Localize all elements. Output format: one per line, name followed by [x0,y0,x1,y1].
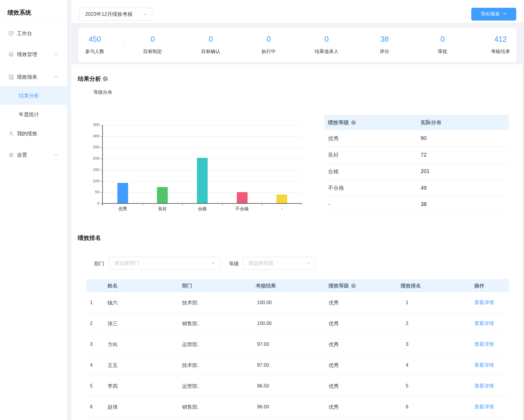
x-category-label: 良好 [144,206,180,212]
gridline [103,147,302,148]
ranking-row: 4王五技术部,97.00优秀4查看详情 [86,355,509,376]
view-details-link[interactable]: 查看详情 [474,355,494,376]
distribution-row: 不合格49 [324,180,509,196]
cell-index: 5 [90,376,93,396]
ranking-row: 6赵倩销售部,96.00优秀6查看详情 [86,396,509,417]
y-tick-label: 0 [88,201,99,206]
top-bar: 2023年12月绩效考核 导出报表 [71,0,524,23]
ranking-table-header: 姓名部门考核结果绩效等级绩效排名操作 [86,279,509,292]
cell-index: 4 [90,355,93,376]
scrollbar[interactable] [523,0,523,420]
y-tick-label: 300 [88,134,99,138]
col-rank: 绩效排名 [401,279,421,292]
stat-column: 38评分 [355,28,413,62]
col-score: 考核结果 [256,279,276,292]
export-report-button[interactable]: 导出报表 [471,8,516,21]
col-grade: 绩效等级 [329,279,356,292]
row-divider [324,213,509,213]
sidebar-subitem-2[interactable]: 年度统计 [0,105,68,124]
col-distribution: 实际分布 [421,115,441,130]
grade-filter-placeholder: 请选择等级 [248,257,273,269]
sidebar-item-4[interactable]: 我的绩效 [0,127,68,139]
x-category-label: 合格 [184,206,220,212]
ranking-row: 1钱六技术部,100.00优秀1查看详情 [86,292,509,313]
sidebar-divider [0,23,68,23]
grade-filter-select[interactable]: 请选择等级 [243,257,316,270]
y-tick-label: 150 [88,167,99,172]
section-title-performance-ranking: 绩效排名 [78,234,101,242]
chevron-down-icon [211,257,215,269]
sidebar-item-3[interactable]: 绩效报表 [0,71,68,83]
stat-column: 412考核结束 [471,28,524,62]
cell-rank: 5 [406,376,408,396]
ranking-row: 5李四运营部,96.50优秀5查看详情 [86,376,509,396]
cell-dept: 运营部, [182,334,199,355]
ranking-row: 2张三销售部,100.00优秀2查看详情 [86,313,509,334]
sidebar-item-1[interactable]: 工作台 [0,27,68,39]
chevron-down-icon [54,52,58,56]
chart-bar [117,183,128,203]
x-tick [143,204,143,206]
period-select[interactable]: 2023年12月绩效考核 [79,8,152,21]
distribution-row: 优秀90 [324,130,509,147]
col-name: 姓名 [108,279,118,292]
dept-filter-select[interactable]: 请选择部门 [109,257,220,270]
cell-index: 3 [90,334,93,355]
stat-divider [123,39,123,50]
sidebar-subitem-1[interactable]: 结果分析 [0,86,68,105]
y-axis [102,125,103,206]
chart-bar [197,158,208,203]
x-axis [102,203,302,204]
sidebar-item-2[interactable]: 绩效管理 [0,48,68,60]
cell-index: 2 [90,313,93,334]
view-details-link[interactable]: 查看详情 [474,334,494,355]
view-details-link[interactable]: 查看详情 [474,292,494,313]
cell-grade: 优秀 [329,376,339,396]
cell-dept: 运营部, [182,376,199,396]
app-title: 绩效系统 [7,9,31,17]
section-title-result-analysis: 结果分析 [78,75,101,83]
dept-filter-label: 部门 [94,260,104,267]
cell-score: 100.00 [257,313,272,334]
cell-score: 100.00 [257,292,272,313]
distribution-row: 良好72 [324,147,509,163]
cell-grade: 优秀 [329,313,339,334]
cell-grade: 优秀 [329,396,339,417]
info-icon[interactable] [102,76,108,82]
col-grade: 绩效等级 [328,115,356,130]
cell-name: 张三 [108,313,118,334]
sidebar-item-5[interactable]: 设置 [0,149,68,161]
view-details-link[interactable]: 查看详情 [474,376,494,396]
cell-grade: 优秀 [329,292,339,313]
page: 绩效系统 工作台绩效管理绩效报表结果分析年度统计我的绩效设置 2023年12月绩… [0,0,524,420]
ranking-row: 3方向运营部,97.00优秀3查看详情 [86,334,509,355]
y-tick-label: 100 [88,179,99,183]
cell-name: 李四 [108,376,118,396]
stat-column: 450参与人数 [66,28,124,62]
stat-column: 0目标确认 [182,28,240,62]
view-details-link[interactable]: 查看详情 [474,396,494,417]
y-tick-label: 350 [88,122,99,127]
cell-name: 王五 [108,355,118,376]
cell-score: 97.00 [257,334,269,355]
col-action: 操作 [474,279,484,292]
cell-rank: 2 [406,313,408,334]
sidebar: 绩效系统 工作台绩效管理绩效报表结果分析年度统计我的绩效设置 [0,0,68,420]
stat-column: 0执行中 [240,28,298,62]
cell-index: 1 [90,292,93,313]
chevron-down-icon [307,257,311,269]
cell-dept: 技术部, [182,292,199,313]
x-category-label: 不合格 [224,206,260,212]
stat-column: 0目标制定 [124,28,182,62]
stat-column: 0结果值录入 [298,28,356,62]
chart-title: 等级分布 [93,89,112,96]
x-category-label: 优秀 [105,206,141,212]
period-select-value: 2023年12月绩效考核 [85,11,133,18]
cell-rank: 1 [406,292,408,313]
distribution-row: -38 [324,196,509,213]
cell-name: 方向 [108,334,118,355]
x-tick [182,204,183,206]
dept-filter-placeholder: 请选择部门 [114,257,139,269]
stat-column: 0审批 [413,28,472,62]
view-details-link[interactable]: 查看详情 [474,313,494,334]
